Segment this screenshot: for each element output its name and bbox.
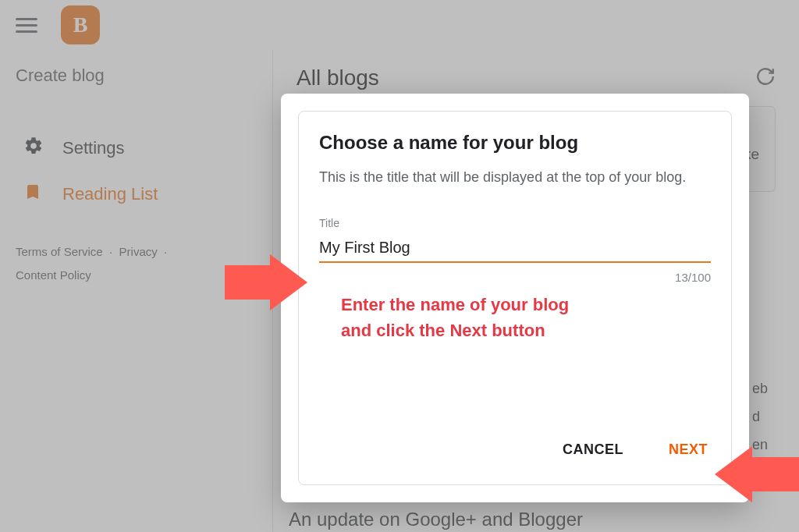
char-counter: 13/100: [319, 271, 711, 284]
tutorial-annotation: Enter the name of your blog and click th…: [319, 292, 711, 343]
blog-title-input[interactable]: [319, 234, 711, 263]
create-blog-modal: Choose a name for your blog This is the …: [281, 94, 749, 502]
modal-title: Choose a name for your blog: [319, 132, 711, 154]
next-button[interactable]: NEXT: [666, 435, 711, 464]
title-input-label: Title: [319, 217, 711, 229]
modal-subtitle: This is the title that will be displayed…: [319, 169, 711, 186]
cancel-button[interactable]: CANCEL: [559, 435, 627, 464]
